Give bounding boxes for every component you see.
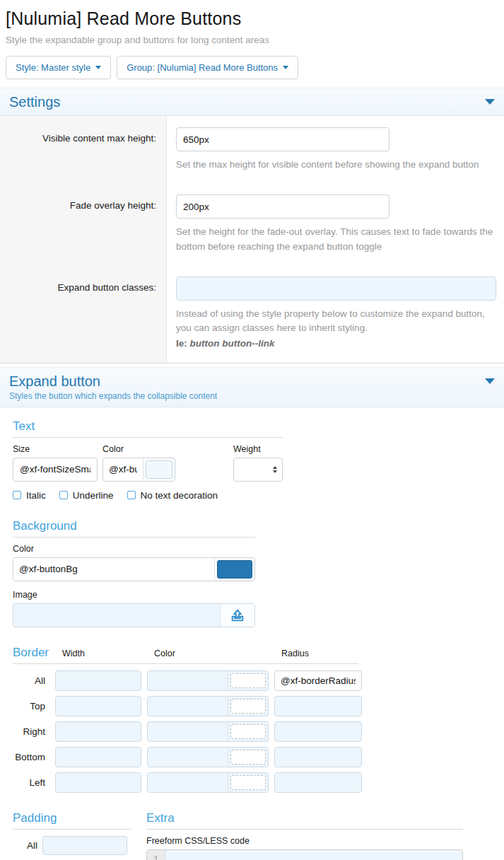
border-left-color-picker [147, 772, 269, 793]
background-group-title: Background [13, 519, 255, 538]
group-dropdown-button[interactable]: Group: [Nulumia] Read More Buttons [117, 56, 298, 79]
collapse-caret-icon[interactable] [485, 378, 495, 384]
border-group: Border Width Color Radius All Top [13, 646, 358, 793]
extra-group-title: Extra [146, 811, 463, 830]
settings-section-title: Settings [9, 93, 60, 110]
caret-down-icon [95, 66, 101, 69]
border-top-radius-input[interactable] [274, 696, 362, 716]
background-group: Background Color Image [13, 519, 255, 627]
checkbox-icon [13, 491, 21, 499]
padding-row-label: All [13, 840, 42, 851]
border-row-label: Bottom [13, 752, 49, 762]
background-image-control [13, 603, 255, 627]
border-row-label: Right [13, 726, 49, 737]
extra-group: Extra Freeform CSS/LESS code 1 [146, 811, 463, 860]
underline-checkbox[interactable]: Underline [59, 490, 114, 501]
form-row-expand-button-classes: Expand button classes: Instead of using … [0, 265, 504, 363]
text-size-input[interactable] [13, 458, 98, 482]
border-all-color-input[interactable] [148, 671, 228, 690]
border-right-color-swatch-button[interactable] [228, 722, 268, 741]
upload-icon [230, 609, 245, 622]
field-label: Visible content max height: [0, 116, 167, 183]
border-top-color-input[interactable] [148, 697, 228, 716]
background-image-label: Image [13, 590, 255, 600]
field-explain: Instead of using the style property belo… [176, 307, 496, 351]
border-row-all: All [13, 670, 358, 691]
upload-image-button[interactable] [220, 604, 254, 627]
border-left-color-swatch-button[interactable] [228, 773, 268, 792]
toolbar: Style: Master style Group: [Nulumia] Rea… [6, 56, 498, 79]
no-text-decoration-checkbox[interactable]: No text decoration [127, 490, 218, 501]
empty-color-swatch [230, 750, 266, 765]
empty-color-swatch [230, 699, 266, 714]
freeform-css-editor[interactable]: 1 [146, 849, 463, 860]
field-label: Fade overlay height: [0, 183, 167, 265]
settings-section-header[interactable]: Settings [0, 88, 504, 116]
expand-button-section-header[interactable]: Expand button Styles the button which ex… [0, 367, 504, 407]
border-row-label: All [13, 675, 49, 686]
border-radius-column-label: Radius [274, 649, 362, 658]
border-right-color-picker [147, 721, 269, 742]
form-row-fade-overlay-height: Fade overlay height: Set the height for … [0, 183, 504, 265]
border-row-label: Left [13, 777, 49, 788]
select-spinner-icon [273, 466, 277, 473]
border-row-right: Right [13, 721, 358, 742]
expand-button-section-subtitle: Styles the button which expands the coll… [9, 390, 217, 402]
border-bottom-width-input[interactable] [55, 747, 141, 767]
text-group: Text Size Color Weight [13, 419, 504, 501]
border-bottom-color-swatch-button[interactable] [228, 748, 268, 767]
text-group-title: Text [13, 419, 283, 438]
background-color-input[interactable] [13, 558, 214, 581]
size-label: Size [13, 444, 98, 454]
collapse-caret-icon[interactable] [485, 99, 495, 105]
checkbox-icon [127, 491, 136, 499]
expand-button-classes-input[interactable] [176, 277, 496, 301]
color-label: Color [102, 444, 175, 454]
settings-form: Visible content max height: Set the max … [0, 116, 504, 364]
code-input-area[interactable] [165, 850, 462, 860]
expand-button-section: Expand button Styles the button which ex… [0, 367, 504, 860]
background-color-swatch-button[interactable] [214, 558, 254, 581]
background-color-label: Color [13, 544, 255, 554]
border-all-radius-input[interactable] [274, 670, 362, 691]
weight-label: Weight [233, 444, 283, 454]
italic-checkbox[interactable]: Italic [13, 490, 46, 501]
border-bottom-color-picker [147, 747, 269, 767]
border-left-radius-input[interactable] [274, 772, 362, 793]
field-explain: Set the height for the fade-out overlay.… [176, 225, 496, 254]
padding-all-input[interactable] [42, 836, 127, 855]
fade-overlay-height-input[interactable] [176, 194, 389, 219]
freeform-css-label: Freeform CSS/LESS code [146, 836, 463, 846]
border-row-left: Left [13, 772, 358, 793]
border-top-color-swatch-button[interactable] [228, 697, 268, 716]
padding-group: Padding All Top Right Bottom [13, 811, 146, 860]
text-color-picker [102, 458, 175, 482]
style-dropdown-button[interactable]: Style: Master style [6, 56, 111, 79]
background-image-input[interactable] [13, 604, 220, 627]
border-right-radius-input[interactable] [274, 721, 362, 742]
border-width-column-label: Width [55, 649, 141, 658]
border-all-color-swatch-button[interactable] [228, 671, 268, 690]
padding-group-title: Padding [13, 811, 131, 830]
border-left-width-input[interactable] [55, 772, 141, 793]
border-all-width-input[interactable] [55, 670, 141, 691]
border-right-width-input[interactable] [55, 721, 141, 742]
text-color-swatch-button[interactable] [143, 458, 175, 481]
border-row-top: Top [13, 696, 358, 716]
border-all-color-picker [147, 670, 269, 691]
border-right-color-input[interactable] [148, 722, 228, 741]
checkbox-icon [59, 491, 68, 499]
group-dropdown-label: Group: [Nulumia] Read More Buttons [127, 62, 278, 73]
border-left-color-input[interactable] [148, 773, 228, 792]
field-explain-example: Ie: button button--link [176, 337, 496, 351]
border-top-width-input[interactable] [55, 696, 141, 716]
border-bottom-color-input[interactable] [148, 748, 228, 767]
style-dropdown-label: Style: Master style [16, 62, 90, 73]
color-swatch [146, 460, 172, 479]
visible-content-max-height-input[interactable] [176, 127, 389, 151]
expand-button-section-title: Expand button [9, 373, 217, 390]
border-bottom-radius-input[interactable] [274, 747, 362, 767]
page-header: [Nulumia] Read More Buttons Style the ex… [0, 0, 504, 79]
text-color-input[interactable] [103, 458, 143, 481]
text-weight-select[interactable] [233, 458, 283, 482]
